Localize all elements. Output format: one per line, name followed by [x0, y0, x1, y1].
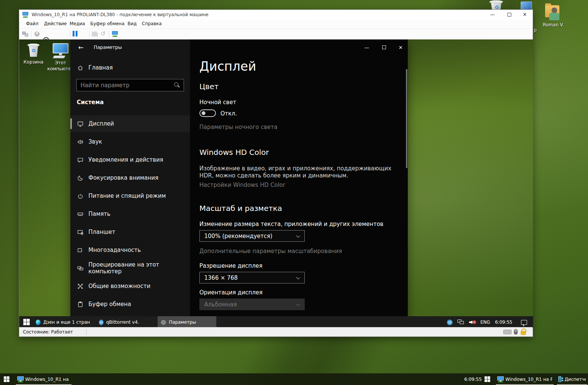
- home-icon: [77, 65, 84, 71]
- chevron-down-icon: [296, 302, 300, 306]
- shared-experiences-icon: [77, 283, 84, 290]
- guest-task-qbittorrent[interactable]: qb qBittorrent v4.5.2: [96, 316, 142, 328]
- clipped-icon-label-fragment: р: [534, 27, 537, 33]
- vm-pause-icon[interactable]: [73, 31, 79, 38]
- multitask-icon: [77, 247, 84, 253]
- menu-file[interactable]: Файл: [26, 21, 38, 26]
- settings-window: — ✕ ← Параметры Главная Система: [70, 39, 408, 316]
- enhanced-session-icon[interactable]: [112, 31, 118, 37]
- resolution-dropdown[interactable]: 1366 × 768: [199, 272, 305, 283]
- vm-revert-icon[interactable]: ↺: [100, 31, 105, 37]
- task-label: Дзен и еще 1 страни...: [43, 320, 90, 325]
- sidebar-item-label: Звук: [88, 138, 102, 145]
- sidebar-item-label: Многозадачность: [88, 247, 141, 253]
- menu-help[interactable]: Справка: [142, 21, 162, 26]
- sidebar-item-label: Проецирование на этот компьютер: [88, 261, 190, 275]
- vmconnect-icon: [17, 376, 23, 382]
- lock-status-icon: [521, 331, 526, 335]
- sidebar-item-projecting[interactable]: Проецирование на этот компьютер: [70, 260, 190, 276]
- task-label: Параметры: [169, 320, 196, 325]
- volume-muted-icon[interactable]: ✕: [469, 320, 476, 325]
- sidebar-item-multitasking[interactable]: Многозадачность: [70, 242, 190, 258]
- settings-content: Дисплей Цвет Ночной свет Откл. Параметры…: [190, 39, 408, 316]
- qbittorrent-icon: qb: [99, 320, 103, 325]
- sidebar-item-notifications[interactable]: Уведомления и действия: [70, 152, 190, 168]
- vm-start-icon[interactable]: [34, 31, 40, 37]
- color-section-heading: Цвет: [199, 82, 219, 91]
- vmconnect-maximize-button[interactable]: [504, 11, 515, 18]
- sidebar-item-tablet[interactable]: Планшет: [70, 224, 190, 240]
- edge-icon: [36, 320, 41, 325]
- vm-guest-desktop: ♻ Корзина Этот компьютер — ✕ ← Параметры: [19, 39, 533, 328]
- sidebar-item-sound[interactable]: Звук: [70, 133, 190, 150]
- mouse-status-icon: [514, 329, 518, 335]
- host-clock[interactable]: 6:09:55: [464, 377, 482, 382]
- night-light-settings-link[interactable]: Параметры ночного света: [199, 124, 278, 130]
- advanced-scaling-link[interactable]: Дополнительные параметры масштабирования: [199, 248, 342, 255]
- sidebar-item-label: Общие возможности: [88, 283, 150, 290]
- sidebar-item-display[interactable]: Дисплей: [70, 115, 190, 132]
- sidebar-item-storage[interactable]: Память: [70, 206, 190, 222]
- host-task-vm-monitor2[interactable]: Windows_10_R1 на Р...: [495, 373, 555, 385]
- power-icon: [77, 193, 84, 199]
- guest-start-button[interactable]: [23, 319, 30, 325]
- guest-clock[interactable]: 6:09:55: [495, 320, 512, 325]
- sidebar-item-focus-assist[interactable]: Фокусировка внимания: [70, 170, 190, 186]
- search-input[interactable]: [77, 82, 173, 89]
- guest-task-settings-active[interactable]: Параметры: [158, 316, 216, 328]
- network-tray-icon[interactable]: [457, 320, 464, 325]
- host-desktop: ♻ Roman V. Фигня всякая р Windows_10_R1 …: [0, 0, 588, 385]
- qbittorrent-tray-icon[interactable]: qb: [447, 320, 453, 325]
- action-center-icon[interactable]: [521, 320, 527, 325]
- hdr-settings-link[interactable]: Настройки Windows HD Color: [199, 182, 285, 188]
- host-start-button[interactable]: [4, 376, 9, 382]
- display-icon: [77, 121, 84, 127]
- night-light-toggle[interactable]: [199, 109, 216, 117]
- scale-dropdown[interactable]: 100% (рекомендуется): [199, 230, 305, 242]
- vmconnect-statusbar: Состояние: Работает: [19, 327, 533, 336]
- scale-dropdown-value: 100% (рекомендуется): [204, 233, 272, 239]
- recycle-bin-lid: [489, 0, 503, 3]
- sidebar-item-label: Фокусировка внимания: [88, 174, 158, 181]
- menu-clipboard[interactable]: Буфер обмена: [90, 21, 125, 26]
- menu-media[interactable]: Медиа: [70, 21, 85, 26]
- host-task-vm[interactable]: Windows_10_R1 на Р...: [15, 373, 72, 385]
- settings-search-box[interactable]: [76, 79, 184, 91]
- sidebar-item-shared-experiences[interactable]: Общие возможности: [70, 278, 190, 294]
- chat-bubble-icon: [77, 157, 84, 163]
- windows-logo-icon: [4, 376, 9, 382]
- vmconnect-icon: [497, 376, 503, 382]
- settings-title: Параметры: [94, 44, 122, 50]
- vmconnect-menubar: Файл Действие Медиа Буфер обмена Вид Спр…: [19, 20, 533, 29]
- orientation-dropdown-value: Альбомная: [204, 301, 237, 308]
- sidebar-item-label: Память: [88, 211, 110, 217]
- sidebar-item-label: Главная: [88, 64, 113, 71]
- host-start-button-monitor2[interactable]: [485, 376, 490, 382]
- sidebar-item-power-sleep[interactable]: Питание и спящий режим: [70, 188, 190, 204]
- host-task-manager[interactable]: Диспетчер: [556, 373, 588, 385]
- sidebar-item-label: Планшет: [88, 229, 115, 235]
- computer-icon: [52, 43, 69, 58]
- sidebar-item-clipboard[interactable]: Буфер обмена: [70, 296, 190, 312]
- sidebar-item-home[interactable]: Главная: [70, 59, 190, 76]
- scale-section-heading: Масштаб и разметка: [199, 204, 282, 213]
- vmconnect-titlebar[interactable]: Windows_10_R1 на PROLIANT-DL380 - подклю…: [19, 10, 533, 20]
- guest-task-edge[interactable]: Дзен и еще 1 страни...: [33, 316, 93, 328]
- ctrl-alt-del-icon[interactable]: [22, 31, 29, 37]
- night-light-state: Откл.: [220, 110, 237, 117]
- vmconnect-close-button[interactable]: ✕: [519, 11, 530, 18]
- language-indicator[interactable]: ENG: [480, 320, 490, 325]
- vm-checkpoint-icon[interactable]: [92, 31, 98, 36]
- moon-icon: [77, 175, 84, 181]
- task-label: qBittorrent v4.5.2: [106, 320, 139, 325]
- host-icon-roman[interactable]: Roman V.: [540, 3, 567, 28]
- sidebar-item-label: Буфер обмена: [88, 301, 131, 308]
- vmconnect-minimize-button[interactable]: —: [487, 11, 498, 18]
- night-light-label: Ночной свет: [199, 99, 236, 106]
- search-icon[interactable]: [173, 82, 180, 89]
- menu-view[interactable]: Вид: [128, 21, 137, 26]
- settings-scrollbar-thumb[interactable]: [406, 69, 407, 168]
- menu-action[interactable]: Действие: [44, 21, 67, 26]
- speaker-icon: [77, 139, 84, 145]
- back-arrow-icon[interactable]: ←: [76, 42, 86, 52]
